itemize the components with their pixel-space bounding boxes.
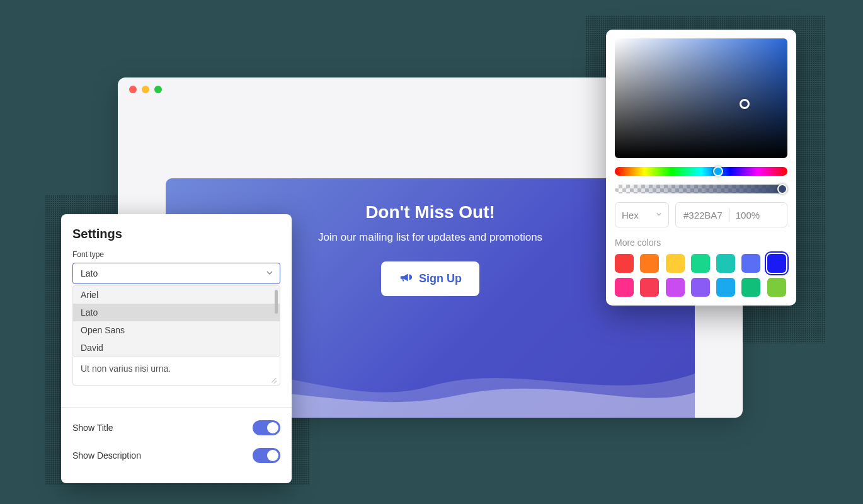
swatch[interactable]: [691, 254, 710, 273]
hex-value: #322BA7: [683, 210, 723, 220]
font-type-dropdown: Ariel Lato Open Sans David: [72, 285, 280, 357]
swatch[interactable]: [640, 254, 659, 273]
hex-input[interactable]: #322BA7 100%: [675, 202, 787, 227]
settings-panel: Settings Font type Lato Ariel Lato Open …: [61, 214, 292, 483]
megaphone-icon: [399, 270, 413, 287]
font-type-selected: Lato: [81, 268, 98, 278]
color-mode-select[interactable]: Hex: [615, 202, 669, 227]
show-title-row: Show Title: [72, 414, 280, 442]
chevron-down-icon: [656, 210, 662, 219]
swatch[interactable]: [767, 278, 786, 297]
font-type-label: Font type: [72, 250, 280, 259]
opacity-value: 100%: [736, 210, 760, 220]
swatch[interactable]: [666, 278, 685, 297]
chevron-down-icon: [266, 268, 273, 278]
swatch[interactable]: [691, 278, 710, 297]
swatch[interactable]: [716, 254, 735, 273]
swatch[interactable]: [741, 278, 760, 297]
swatch-grid: [615, 254, 787, 297]
color-picker-panel: Hex #322BA7 100% More colors: [606, 30, 796, 306]
separator: [729, 208, 729, 222]
hue-slider[interactable]: [615, 167, 787, 176]
signup-button[interactable]: Sign Up: [381, 261, 479, 296]
swatch[interactable]: [716, 278, 735, 297]
swatch[interactable]: [666, 254, 685, 273]
swatch[interactable]: [640, 278, 659, 297]
font-option-opensans[interactable]: Open Sans: [73, 321, 280, 339]
description-textarea[interactable]: Ut non varius nisi urna.: [72, 357, 280, 386]
hue-thumb[interactable]: [713, 166, 723, 176]
show-title-label: Show Title: [72, 423, 113, 433]
window-minimize-dot[interactable]: [142, 86, 149, 93]
swatch[interactable]: [615, 254, 634, 273]
color-reticle[interactable]: [740, 99, 750, 109]
window-close-dot[interactable]: [129, 86, 137, 93]
signup-button-label: Sign Up: [419, 272, 462, 285]
alpha-slider[interactable]: [615, 185, 787, 193]
font-type-select[interactable]: Lato: [72, 263, 280, 284]
color-canvas[interactable]: [615, 38, 787, 158]
swatch[interactable]: [615, 278, 634, 297]
show-title-toggle[interactable]: [253, 420, 280, 435]
resize-handle-icon[interactable]: [271, 376, 277, 382]
show-description-row: Show Description: [72, 442, 280, 469]
font-option-david[interactable]: David: [73, 339, 280, 357]
alpha-thumb[interactable]: [777, 184, 787, 194]
swatch[interactable]: [741, 254, 760, 273]
textarea-value: Ut non varius nisi urna.: [81, 364, 171, 374]
swatch[interactable]: [767, 254, 786, 273]
font-option-lato[interactable]: Lato: [73, 304, 280, 321]
window-maximize-dot[interactable]: [154, 86, 162, 93]
more-colors-label: More colors: [615, 238, 787, 248]
divider: [61, 407, 292, 408]
dropdown-scrollbar[interactable]: [275, 290, 278, 314]
color-mode-label: Hex: [622, 210, 639, 220]
show-description-toggle[interactable]: [253, 448, 280, 463]
show-description-label: Show Description: [72, 450, 141, 461]
font-option-ariel[interactable]: Ariel: [73, 286, 280, 304]
settings-title: Settings: [72, 227, 280, 241]
